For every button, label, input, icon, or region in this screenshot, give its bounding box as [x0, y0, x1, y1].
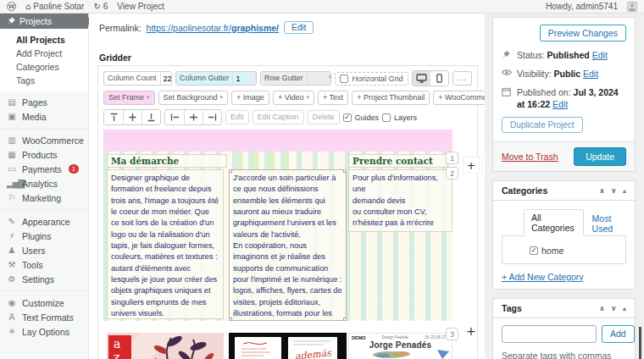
selection-handle[interactable] — [343, 318, 347, 321]
text-box-col1[interactable]: Designer graphique de formation et freel… — [107, 169, 224, 319]
desktop-view-button[interactable] — [413, 71, 430, 86]
more-options-button[interactable]: ... — [452, 71, 472, 86]
add-project-thumbnail-button[interactable]: + Project Thumbnail — [352, 91, 430, 105]
project-thumbnail-3[interactable]: DEMO Design Festival 15–21.05.17 F Jorge… — [348, 333, 452, 359]
category-home[interactable]: ✓ home — [530, 246, 564, 256]
align-left-button[interactable] — [165, 110, 184, 124]
calendar-icon — [502, 86, 512, 97]
column-count-input[interactable] — [161, 72, 172, 85]
canvas-wrap: Ma démarche Prendre contact Designer gra… — [103, 130, 472, 323]
avatar[interactable] — [627, 2, 637, 12]
sidebar-item-customize[interactable]: ◉Customize — [0, 295, 88, 310]
tab-most-used[interactable]: Most Used — [592, 211, 626, 236]
add-row-button[interactable]: + — [463, 157, 480, 174]
sidebar-subitem-categories[interactable]: Categories — [16, 60, 88, 74]
align-top-button[interactable] — [104, 110, 123, 124]
sidebar-item-lay-options[interactable]: ✳Lay Options — [0, 324, 88, 339]
sidebar-item-analytics[interactable]: ▂▅▇Analytics — [0, 176, 88, 191]
guides-checkbox[interactable]: ✓ — [343, 113, 352, 122]
add-new-category-link[interactable]: + Add New Category — [502, 272, 584, 282]
move-to-trash-link[interactable]: Move to Trash — [502, 152, 558, 162]
row-badge-1[interactable]: 1 — [446, 152, 458, 164]
guides-toggle[interactable]: ✓ Guides — [343, 113, 380, 122]
grid-canvas[interactable]: Ma démarche Prendre contact Designer gra… — [103, 130, 452, 321]
move-row-down-button[interactable]: ↓ — [481, 157, 485, 174]
align-bottom-button[interactable] — [142, 110, 160, 124]
frame-strip[interactable] — [103, 130, 452, 152]
view-project-link[interactable]: View Project — [117, 2, 164, 11]
edit-caption-button[interactable]: Edit Caption — [253, 110, 304, 124]
sidebar-item-appearance[interactable]: ✎Appearance — [0, 214, 88, 229]
edit-published-link[interactable]: Edit — [552, 99, 568, 109]
selection-handle[interactable] — [229, 318, 232, 321]
permalink-url[interactable]: https://paolinesotar.fr/graphisme/ — [147, 23, 279, 33]
align-right-button[interactable] — [203, 110, 221, 124]
horizontal-grid-toggle[interactable]: Horizontal Grid — [335, 72, 408, 86]
heading-box-ma-demarche[interactable]: Ma démarche — [107, 154, 227, 168]
sidebar-item-plugins[interactable]: ⚡Plugins — [0, 229, 88, 243]
move-panel-down-icon[interactable]: ∨ — [611, 186, 617, 195]
row-gutter-input[interactable] — [308, 72, 326, 85]
sidebar-subitem-all-projects[interactable]: All Projects — [16, 33, 88, 47]
column-gutter-input[interactable] — [233, 72, 252, 85]
edit-visibility-link[interactable]: Edit — [583, 69, 598, 79]
move-panel-up-icon[interactable]: ∧ — [599, 186, 605, 195]
mobile-view-button[interactable] — [430, 71, 448, 86]
permalink-edit-button[interactable]: Edit — [284, 21, 314, 34]
howdy-text[interactable]: Howdy, admin5741 — [546, 2, 618, 11]
text-box-col3[interactable]: Pour plus d'informations, une demande de… — [348, 169, 452, 232]
new-tag-input[interactable] — [502, 325, 597, 343]
add-tag-button[interactable]: Add — [602, 325, 635, 343]
preview-changes-button[interactable]: Preview Changes — [540, 25, 626, 41]
products-icon: ▦ — [7, 150, 17, 159]
sidebar-item-text-formats[interactable]: AText Formats — [0, 310, 88, 324]
wordpress-logo-icon[interactable]: W — [7, 2, 16, 11]
sidebar-subitem-add-project[interactable]: Add Project — [16, 47, 88, 60]
sidebar-item-pages[interactable]: ▤Pages — [0, 95, 88, 109]
layers-toggle[interactable]: Layers — [382, 113, 417, 122]
set-frame-button[interactable]: Set Frame▾ — [103, 91, 155, 105]
heading-box-prendre-contact[interactable]: Prendre contact — [348, 154, 448, 168]
sidebar-item-settings[interactable]: ⚙Settings — [0, 272, 88, 286]
updates-indicator[interactable]: ↻ 6 — [93, 2, 108, 11]
scrollbar-thumb[interactable] — [639, 327, 641, 359]
edit-element-button[interactable]: Edit — [225, 110, 249, 124]
duplicate-project-button[interactable]: Duplicate Project — [502, 117, 583, 133]
text-box-col2-selected[interactable]: J'accorde un soin particulier à ce que n… — [229, 169, 347, 321]
collapse-panel-icon[interactable]: ▴ — [623, 304, 626, 312]
row-badge-2[interactable]: 2 — [446, 167, 458, 180]
sidebar-item-payments[interactable]: ▭Payments1 — [0, 162, 88, 176]
collapse-panel-icon[interactable]: ▴ — [623, 186, 626, 195]
home-category-checkbox[interactable]: ✓ — [530, 246, 538, 255]
add-text-button[interactable]: + Text — [318, 91, 348, 105]
move-panel-down-icon[interactable]: ∨ — [611, 304, 617, 312]
move-panel-up-icon[interactable]: ∧ — [599, 304, 605, 312]
layers-checkbox[interactable] — [382, 113, 391, 122]
align-center-button[interactable] — [184, 110, 203, 124]
sidebar-item-users[interactable]: ♟Users — [0, 243, 88, 257]
selection-handle[interactable] — [343, 169, 347, 173]
delete-element-button[interactable]: Delete — [308, 110, 340, 124]
horizontal-grid-checkbox[interactable] — [340, 75, 348, 83]
sidebar-item-woocommerce[interactable]: ▥WooCommerce — [0, 133, 88, 147]
tab-all-categories[interactable]: All Categories — [524, 209, 584, 236]
add-woocommerce-button[interactable]: + WooCommerce▾ — [433, 91, 485, 105]
site-menu[interactable]: ⌂ Paoline Sotar — [25, 2, 84, 11]
add-video-button[interactable]: + Video▾ — [273, 91, 314, 105]
sidebar-item-marketing[interactable]: ⚐Marketing — [0, 191, 88, 205]
project-thumbnail-2[interactable]: además — [229, 333, 347, 359]
sidebar-item-media[interactable]: ▣Media — [0, 109, 88, 124]
align-middle-button[interactable] — [123, 110, 142, 124]
sidebar-item-projects[interactable]: Projects — [0, 14, 88, 29]
add-image-button[interactable]: + Image — [231, 91, 269, 105]
sidebar-item-tools[interactable]: ⚒Tools — [0, 257, 88, 272]
project-thumbnail-1[interactable]: a z — [107, 333, 224, 359]
sidebar-item-products[interactable]: ▦Products — [0, 147, 88, 162]
add-row-button-bottom[interactable]: + — [466, 324, 476, 338]
row-badge-3[interactable]: 3 — [446, 328, 458, 340]
selection-handle[interactable] — [229, 169, 232, 173]
set-background-button[interactable]: Set Background▾ — [158, 91, 229, 105]
sidebar-subitem-tags[interactable]: Tags — [16, 74, 88, 87]
edit-status-link[interactable]: Edit — [592, 50, 608, 60]
update-button[interactable]: Update — [574, 147, 626, 166]
